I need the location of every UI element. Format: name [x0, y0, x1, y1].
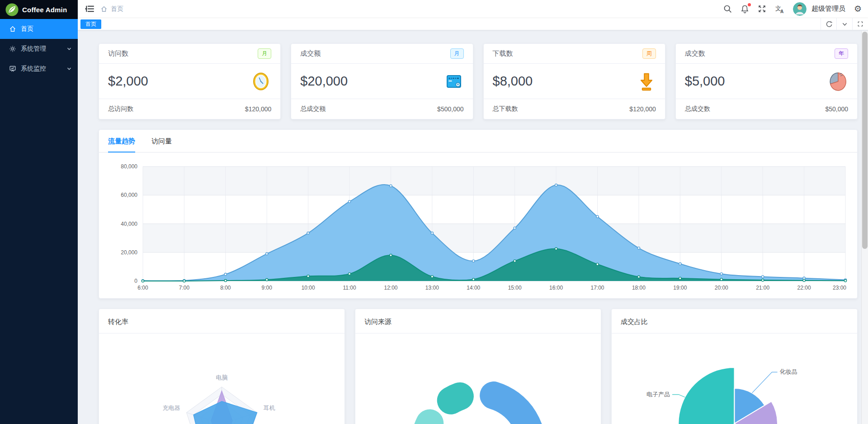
- deal-share-card: 成交占比 电子产品化妆品: [611, 309, 858, 424]
- app-logo[interactable]: Coffee Admin: [0, 0, 78, 19]
- svg-text:10:00: 10:00: [302, 285, 315, 291]
- stat-card-footer: 总访问数$120,000: [99, 99, 280, 119]
- stat-card-value: $2,000: [108, 74, 148, 89]
- conversion-rate-card: 转化率 电脑耳机充电器: [99, 309, 345, 424]
- svg-text:A: A: [780, 9, 783, 14]
- stat-card-title: 访问数: [108, 49, 128, 58]
- refresh-icon[interactable]: [821, 18, 836, 30]
- sidebar-item-home[interactable]: 首页: [0, 19, 78, 39]
- stat-card-header: 下载数周: [484, 44, 665, 64]
- tags-bar: 首页: [78, 18, 868, 30]
- stat-card-footer-label: 总访问数: [108, 105, 133, 113]
- svg-text:60,000: 60,000: [121, 192, 137, 198]
- navbar: 首页: [78, 0, 868, 18]
- trend-tabs: 流量趋势 访问量: [99, 130, 857, 152]
- search-icon[interactable]: [723, 5, 732, 13]
- navbar-right: 文 A 超级管理员 ⚙: [723, 2, 862, 16]
- fullscreen-icon[interactable]: [758, 5, 766, 13]
- bankcard-icon: [444, 71, 464, 91]
- svg-text:19:00: 19:00: [673, 285, 687, 291]
- visit-source-card: 访问来源: [355, 309, 601, 424]
- svg-text:充电器: 充电器: [163, 405, 180, 411]
- sidebar-item-system-monitoring[interactable]: 系统监控: [0, 59, 78, 79]
- stat-card-header: 成交数年: [676, 44, 857, 64]
- bell-icon[interactable]: [741, 5, 749, 14]
- scrollbar-thumb[interactable]: [862, 32, 868, 249]
- svg-text:电子产品: 电子产品: [646, 391, 670, 398]
- chevron-down-icon: [67, 67, 71, 71]
- stat-card-title: 成交数: [685, 49, 705, 58]
- stat-card-body: $20,000: [291, 64, 472, 99]
- svg-text:15:00: 15:00: [508, 285, 522, 291]
- stat-card-0: 访问数月$2,000总访问数$120,000: [99, 43, 281, 119]
- svg-text:14:00: 14:00: [467, 285, 480, 291]
- main-area: 首页: [78, 0, 868, 424]
- sidebar: Coffee Admin 首页系统管理系统监控: [0, 0, 78, 424]
- stat-card-value: $8,000: [493, 74, 533, 89]
- stat-card-value: $5,000: [685, 74, 725, 89]
- stat-card-footer: 总成交数$50,000: [676, 99, 857, 119]
- vertical-scrollbar[interactable]: [861, 31, 868, 424]
- breadcrumb-home-icon: [100, 5, 108, 13]
- avatar[interactable]: [793, 2, 807, 16]
- piechart-icon: [828, 71, 848, 91]
- svg-text:6:00: 6:00: [137, 285, 148, 291]
- username[interactable]: 超级管理员: [811, 5, 845, 13]
- notification-dot: [748, 3, 751, 6]
- maximize-icon[interactable]: [852, 18, 868, 30]
- tag-actions: [821, 18, 868, 30]
- monitor-icon: [9, 65, 16, 72]
- app-root: Coffee Admin 首页系统管理系统监控: [0, 0, 868, 424]
- stat-card-title: 下载数: [493, 49, 513, 58]
- tag-home[interactable]: 首页: [80, 19, 101, 29]
- translate-icon[interactable]: 文 A: [775, 5, 784, 14]
- svg-text:23:00: 23:00: [833, 285, 846, 291]
- stat-card-1: 成交额月$20,000总成交额$500,000: [291, 43, 473, 119]
- stat-card-badge: 周: [642, 48, 656, 59]
- breadcrumb[interactable]: 首页: [100, 5, 123, 13]
- stat-card-footer: 总下载数$120,000: [484, 99, 665, 119]
- download-icon: [637, 71, 656, 92]
- tab-visits[interactable]: 访问量: [151, 137, 172, 152]
- chevron-down-icon: [67, 47, 71, 51]
- clock-icon: [250, 71, 271, 92]
- sidebar-item-label: 首页: [21, 25, 71, 33]
- stat-card-footer: 总成交额$500,000: [291, 99, 472, 119]
- stat-card-footer-value: $500,000: [437, 105, 463, 113]
- svg-text:21:00: 21:00: [756, 285, 769, 291]
- chevron-down-icon[interactable]: [836, 18, 852, 30]
- svg-text:16:00: 16:00: [549, 285, 563, 291]
- stat-card-title: 成交额: [300, 49, 321, 58]
- svg-text:0: 0: [134, 278, 137, 284]
- stat-card-badge: 月: [258, 48, 271, 59]
- svg-text:18:00: 18:00: [632, 285, 646, 291]
- stat-card-header: 成交额月: [291, 44, 472, 64]
- gear-icon[interactable]: ⚙: [854, 5, 862, 13]
- stat-card-value: $20,000: [300, 74, 348, 89]
- stat-card-header: 访问数月: [99, 44, 280, 64]
- stat-card-footer-value: $120,000: [629, 105, 656, 113]
- sidebar-item-label: 系统管理: [21, 45, 67, 53]
- conversion-radar-chart: 电脑耳机充电器: [99, 333, 344, 424]
- visit-source-donut-chart: [355, 333, 601, 424]
- svg-text:8:00: 8:00: [220, 285, 231, 291]
- stat-card-footer-value: $50,000: [825, 105, 848, 113]
- svg-text:12:00: 12:00: [384, 285, 397, 291]
- stat-card-footer-label: 总成交额: [300, 105, 326, 113]
- gear-icon: [9, 45, 16, 52]
- stat-card-body: $5,000: [676, 64, 857, 99]
- stat-card-body: $8,000: [484, 64, 665, 99]
- sidebar-item-system-management[interactable]: 系统管理: [0, 39, 78, 59]
- deal-share-rose-chart: 电子产品化妆品: [612, 333, 857, 424]
- svg-text:17:00: 17:00: [591, 285, 604, 291]
- sidebar-item-label: 系统监控: [21, 65, 67, 73]
- stat-card-2: 下载数周$8,000总下载数$120,000: [483, 43, 665, 119]
- sidebar-fold-icon[interactable]: [85, 5, 94, 13]
- bottom-cards-row: 转化率 电脑耳机充电器 访问来源 成交占比 电子产品化妆品: [99, 309, 858, 424]
- breadcrumb-item: 首页: [111, 5, 123, 13]
- card-title: 访问来源: [355, 309, 601, 333]
- tab-traffic-trend[interactable]: 流量趋势: [108, 137, 135, 152]
- trend-card: 流量趋势 访问量 80,00060,00040,00020,00006:007:…: [99, 129, 858, 299]
- stat-card-3: 成交数年$5,000总成交数$50,000: [675, 43, 858, 119]
- svg-text:20:00: 20:00: [715, 285, 728, 291]
